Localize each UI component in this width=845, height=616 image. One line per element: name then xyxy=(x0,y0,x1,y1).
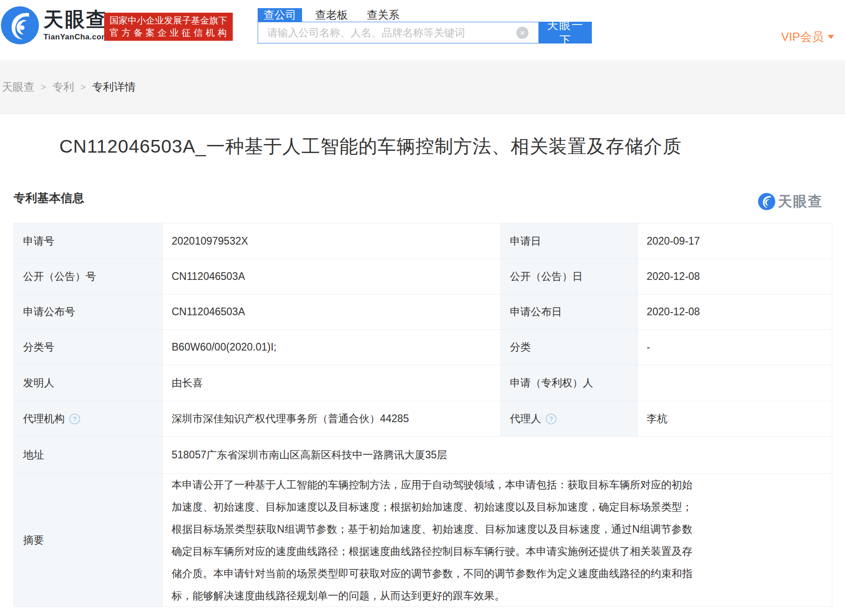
breadcrumb-home[interactable]: 天眼查 xyxy=(2,80,34,94)
help-icon[interactable]: ? xyxy=(546,414,557,424)
tianyancha-logo[interactable]: 天眼查 TianYanCha.com xyxy=(1,6,109,44)
logo-domain-text: TianYanCha.com xyxy=(43,33,109,42)
field-label: 发明人 xyxy=(14,365,162,401)
field-value xyxy=(637,365,832,401)
field-value: 本申请公开了一种基于人工智能的车辆控制方法，应用于自动驾驶领域，本申请包括：获取… xyxy=(162,473,832,606)
table-row: 摘要 本申请公开了一种基于人工智能的车辆控制方法，应用于自动驾驶领域，本申请包括… xyxy=(14,473,832,606)
section-title: 专利基本信息 xyxy=(14,190,84,206)
field-value: - xyxy=(637,329,832,365)
breadcrumb-separator: > xyxy=(41,82,46,92)
watermark-logo: 天眼查 xyxy=(758,192,823,211)
vip-member-label: VIP会员 xyxy=(781,29,824,45)
field-label: 申请号 xyxy=(14,223,162,259)
search-button[interactable]: 天眼一下 xyxy=(539,22,592,43)
tab-company[interactable]: 查公司 xyxy=(258,8,302,22)
table-row: 公开（公告）号 CN112046503A 公开（公告）日 2020-12-08 xyxy=(14,259,832,294)
field-value: 2020-12-08 xyxy=(637,259,832,294)
field-label: 申请日 xyxy=(500,223,637,259)
field-label: 摘要 xyxy=(14,473,162,606)
breadcrumb: 天眼查 > 专利 > 专利详情 xyxy=(0,80,135,94)
field-label: 公开（公告）号 xyxy=(14,259,162,294)
field-label: 代理人 ? xyxy=(500,401,637,436)
search-area: 查公司 查老板 查关系 ✕ 天眼一下 xyxy=(258,8,592,43)
field-value: CN112046503A xyxy=(162,294,500,329)
field-label: 申请公布日 xyxy=(500,294,637,329)
badge-line1: 国家中小企业发展子基金旗下 xyxy=(110,14,227,27)
table-row: 发明人 由长喜 申请（专利权）人 xyxy=(14,365,832,401)
field-value: B60W60/00(2020.01)I; xyxy=(162,329,500,365)
field-value: 2020-12-08 xyxy=(637,294,832,329)
breadcrumb-bar: 天眼查 > 专利 > 专利详情 xyxy=(0,60,845,114)
abstract-text: 本申请公开了一种基于人工智能的车辆控制方法，应用于自动驾驶领域，本申请包括：获取… xyxy=(172,474,692,607)
field-label: 公开（公告）日 xyxy=(500,259,637,294)
logo-brand-text: 天眼查 xyxy=(43,9,109,30)
tab-boss[interactable]: 查老板 xyxy=(309,8,354,22)
table-row: 申请号 202010979532X 申请日 2020-09-17 xyxy=(14,223,832,259)
field-value: 李杭 xyxy=(637,401,832,436)
watermark-brand-text: 天眼查 xyxy=(778,192,823,211)
page-title: CN112046503A_一种基于人工智能的车辆控制方法、相关装置及存储介质 xyxy=(59,134,682,159)
field-label: 代理机构 ? xyxy=(14,401,162,436)
field-value: 202010979532X xyxy=(162,223,500,259)
field-label: 分类 xyxy=(500,329,637,365)
certification-badge: 国家中小企业发展子基金旗下 官方备案企业征信机构 xyxy=(104,13,233,41)
chevron-down-icon xyxy=(828,35,834,39)
field-label: 分类号 xyxy=(14,329,162,365)
field-value: 2020-09-17 xyxy=(637,223,832,259)
search-input-box: ✕ xyxy=(258,22,539,43)
breadcrumb-current: 专利详情 xyxy=(92,80,135,94)
field-value: 由长喜 xyxy=(162,365,500,401)
table-row: 代理机构 ? 深圳市深佳知识产权代理事务所（普通合伙）44285 代理人 ? 李… xyxy=(14,401,832,436)
site-header: 天眼查 TianYanCha.com 国家中小企业发展子基金旗下 官方备案企业征… xyxy=(0,0,845,60)
breadcrumb-patent[interactable]: 专利 xyxy=(53,80,74,94)
field-value: 深圳市深佳知识产权代理事务所（普通合伙）44285 xyxy=(162,401,500,436)
field-label: 申请（专利权）人 xyxy=(500,365,637,401)
vip-member-link[interactable]: VIP会员 xyxy=(781,29,834,45)
tab-relation[interactable]: 查关系 xyxy=(361,8,405,22)
table-row: 申请公布号 CN112046503A 申请公布日 2020-12-08 xyxy=(14,294,832,329)
field-value: CN112046503A xyxy=(162,259,500,294)
tianyancha-watermark-icon xyxy=(758,193,775,210)
table-row: 分类号 B60W60/00(2020.01)I; 分类 - xyxy=(14,329,832,365)
patent-info-table: 申请号 202010979532X 申请日 2020-09-17 公开（公告）号… xyxy=(14,223,832,607)
badge-line2: 官方备案企业征信机构 xyxy=(110,27,227,39)
clear-icon[interactable]: ✕ xyxy=(516,27,528,39)
field-label: 申请公布号 xyxy=(14,294,162,329)
search-input[interactable] xyxy=(266,26,513,39)
table-row: 地址 518057广东省深圳市南山区高新区科技中一路腾讯大厦35层 xyxy=(14,436,832,473)
field-label: 地址 xyxy=(14,436,162,473)
breadcrumb-separator: > xyxy=(81,82,86,92)
help-icon[interactable]: ? xyxy=(69,414,80,424)
field-value: 518057广东省深圳市南山区高新区科技中一路腾讯大厦35层 xyxy=(162,436,832,473)
tianyancha-logo-icon xyxy=(1,6,39,44)
